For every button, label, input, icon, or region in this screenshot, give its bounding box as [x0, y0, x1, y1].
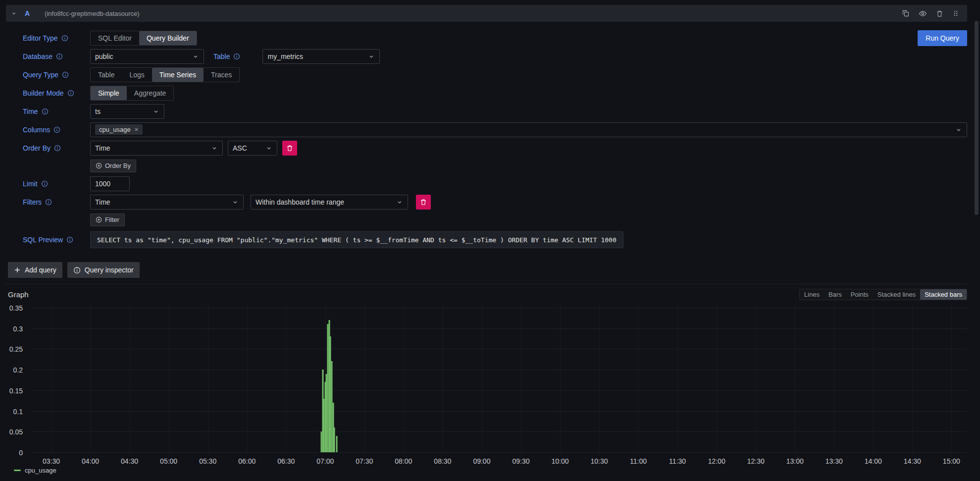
filter-add-row: Filter [23, 211, 967, 228]
query-inspector-button[interactable]: Query inspector [67, 262, 140, 278]
draw-mode-stacked-bars[interactable]: Stacked bars [920, 289, 967, 300]
legend-series-label[interactable]: cpu_usage [25, 467, 56, 474]
database-label: Database [23, 53, 90, 60]
filters-label: Filters [23, 198, 90, 206]
query-type-option-traces[interactable]: Traces [204, 68, 239, 82]
draw-mode-lines[interactable]: Lines [800, 289, 824, 300]
add-filter-button[interactable]: Filter [90, 214, 125, 226]
editor-type-option-sql-editor[interactable]: SQL Editor [91, 31, 139, 45]
add-query-button[interactable]: Add query [8, 262, 62, 278]
builder-mode-option-aggregate[interactable]: Aggregate [127, 86, 174, 100]
info-icon[interactable] [233, 53, 240, 60]
scrollbar-thumb[interactable] [975, 21, 979, 215]
draw-mode-points[interactable]: Points [846, 289, 873, 300]
field-label-text: Query Type [23, 71, 58, 79]
y-tick-label: 0 [19, 449, 23, 457]
plot-area[interactable] [32, 304, 967, 453]
limit-input[interactable] [90, 176, 130, 191]
order-by-column-select[interactable]: Time [90, 141, 223, 156]
x-tick-label: 06:00 [238, 457, 256, 465]
x-tick-label: 05:30 [199, 457, 216, 465]
grid-line-x [599, 304, 600, 453]
y-tick-label: 0.2 [13, 366, 23, 374]
plus-circle-icon [96, 216, 102, 223]
time-column-select[interactable]: ts [90, 104, 164, 119]
order-by-column-value: Time [95, 144, 110, 152]
x-tick-label: 04:00 [82, 457, 99, 465]
builder-mode-option-simple[interactable]: Simple [91, 86, 127, 100]
draw-mode-bars[interactable]: Bars [824, 289, 846, 300]
chevron-down-icon [955, 126, 962, 133]
remove-filter-button[interactable] [416, 195, 431, 210]
query-header-actions [902, 9, 959, 18]
x-tick-label: 04:30 [121, 457, 138, 465]
query-type-option-logs[interactable]: Logs [122, 68, 152, 82]
grid-line-x [482, 304, 482, 453]
y-tick-label: 0.3 [13, 325, 23, 333]
editor-type-option-query-builder[interactable]: Query Builder [139, 31, 197, 45]
info-icon[interactable] [67, 90, 74, 97]
info-icon[interactable] [53, 126, 60, 133]
grid-line-x [169, 304, 169, 453]
table-select[interactable]: my_metrics [262, 49, 380, 64]
chevron-down-icon [153, 108, 159, 115]
x-tick-label: 14:30 [904, 457, 921, 465]
query-type-option-time-series[interactable]: Time Series [152, 68, 204, 82]
field-label-text: Columns [23, 126, 50, 134]
table-label: Table [213, 53, 240, 60]
draw-mode-stacked-lines[interactable]: Stacked lines [873, 289, 920, 300]
chevron-down-icon [192, 53, 199, 60]
filter-condition-select[interactable]: Within dashboard time range [251, 195, 408, 210]
builder-mode-label: Builder Mode [23, 89, 90, 97]
add-order-by-button[interactable]: Order By [90, 160, 136, 172]
filter-column-select[interactable]: Time [90, 195, 244, 210]
drag-handle-icon[interactable] [952, 10, 959, 17]
grid-line-x [677, 304, 678, 453]
run-query-button[interactable]: Run Query [918, 30, 967, 46]
chart-legend: cpu_usage [14, 467, 967, 474]
copy-icon[interactable] [902, 9, 910, 17]
y-axis-labels: 00.050.10.150.20.250.30.35 [6, 304, 28, 453]
grid-line-x [873, 304, 874, 453]
info-icon[interactable] [42, 108, 49, 115]
order-by-add-row: Order By [23, 157, 967, 174]
info-icon[interactable] [41, 180, 48, 187]
limit-row: Limit [23, 174, 967, 193]
sql-preview-code: SELECT ts as "time", cpu_usage FROM "pub… [90, 231, 623, 248]
order-by-label: Order By [23, 144, 90, 152]
chevron-down-icon [232, 199, 239, 206]
eye-icon[interactable] [919, 9, 927, 18]
query-ref-letter[interactable]: A [25, 9, 30, 17]
columns-multiselect[interactable]: cpu_usage [90, 122, 967, 137]
info-icon[interactable] [56, 53, 63, 60]
y-tick-label: 0.35 [9, 304, 23, 312]
editor-type-label: Editor Type [23, 34, 90, 42]
selected-column-name: cpu_usage [99, 126, 131, 133]
x-tick-label: 11:30 [669, 457, 686, 465]
grid-line-x [912, 304, 913, 453]
columns-row: Columns cpu_usage [23, 120, 967, 139]
trash-icon[interactable] [936, 10, 943, 17]
info-icon[interactable] [61, 35, 68, 42]
grid-line-x [404, 304, 404, 453]
info-icon[interactable] [66, 236, 73, 243]
chart-bar[interactable] [336, 436, 338, 452]
database-select[interactable]: public [90, 49, 204, 64]
plus-icon [14, 267, 21, 273]
chart-bar[interactable] [334, 428, 335, 452]
info-icon[interactable] [62, 71, 69, 78]
grid-line-x [91, 304, 91, 453]
grid-line-y [32, 308, 967, 308]
info-icon[interactable] [45, 199, 52, 206]
grid-line-y [32, 390, 967, 391]
info-icon[interactable] [54, 145, 61, 152]
collapse-query-icon[interactable] [11, 10, 17, 16]
remove-order-by-button[interactable] [282, 141, 297, 156]
remove-column-icon[interactable] [134, 127, 139, 132]
graph-panel: Graph Lines Bars Points Stacked lines St… [6, 284, 967, 474]
order-by-direction-select[interactable]: ASC [228, 141, 277, 156]
selected-column-chip[interactable]: cpu_usage [95, 124, 143, 135]
grid-line-x [364, 304, 365, 453]
query-type-option-table[interactable]: Table [91, 68, 122, 82]
x-tick-label: 06:30 [277, 457, 295, 465]
